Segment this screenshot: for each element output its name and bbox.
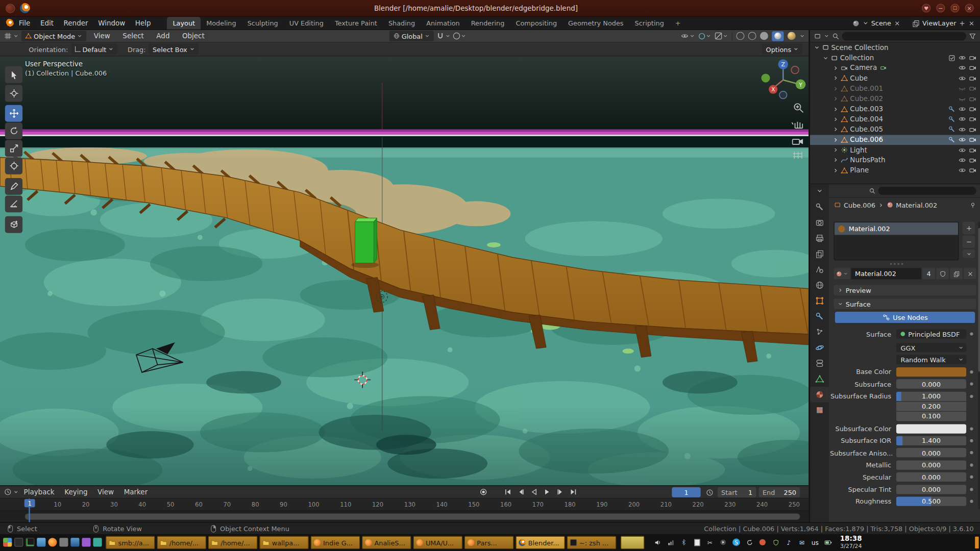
media-launcher-icon[interactable] [93, 538, 102, 546]
menu-object[interactable]: Object [177, 30, 209, 42]
maximize-button[interactable]: □ [950, 4, 959, 12]
outliner-search-input[interactable] [842, 32, 966, 40]
shading-solid-button[interactable] [760, 32, 768, 40]
decorator-dot[interactable] [970, 370, 973, 373]
hide-eye-icon[interactable] [958, 166, 966, 174]
overlays-button[interactable] [715, 33, 728, 39]
tray-skype-icon[interactable]: S [732, 538, 741, 546]
editor-type-button[interactable] [4, 32, 18, 40]
disable-render-icon[interactable] [969, 146, 977, 154]
disable-render-icon[interactable] [969, 74, 977, 83]
tab-physics[interactable] [810, 340, 829, 356]
tray-bluetooth-icon[interactable] [679, 538, 688, 546]
disable-render-icon[interactable] [969, 85, 977, 93]
outliner-row-cube-006[interactable]: Cube.006 [810, 135, 980, 145]
scene-caret-icon[interactable] [863, 20, 869, 26]
surface-shader-dropdown[interactable]: Principled BSDF [896, 329, 966, 338]
expand-icon[interactable] [822, 55, 828, 61]
tray-vpn-icon[interactable] [771, 538, 780, 546]
expand-icon[interactable] [832, 137, 839, 143]
outliner-editor-icon[interactable] [814, 32, 821, 40]
preview-range-toggle[interactable] [705, 489, 714, 497]
hide-eye-icon[interactable] [958, 64, 966, 72]
disable-render-icon[interactable] [969, 115, 977, 123]
subsurface-radius-z[interactable]: 0.100 [896, 411, 966, 420]
disable-render-icon[interactable] [969, 126, 977, 134]
gizmo-axis-z-neg[interactable] [779, 91, 787, 99]
options-dropdown[interactable]: Options [762, 44, 802, 55]
current-frame-field[interactable]: 1 [672, 487, 700, 497]
object-cube-006[interactable] [351, 218, 379, 268]
timeline-ruler[interactable]: 1020304050607080901001101201301401501601… [0, 498, 808, 511]
decorator-dot[interactable] [970, 499, 973, 503]
decorator-dot[interactable] [970, 394, 973, 397]
show-desktop-icon[interactable] [14, 538, 23, 546]
workspace-tab-modeling[interactable]: Modeling [201, 17, 242, 29]
outliner-row-cube[interactable]: Cube [810, 73, 980, 83]
outliner-row-collection[interactable]: Collection [810, 53, 980, 63]
jump-to-start-button[interactable] [504, 488, 512, 496]
breadcrumb-object[interactable]: Cube.006 [844, 201, 875, 209]
decorator-dot[interactable] [970, 332, 973, 335]
caret-down-icon[interactable] [824, 33, 829, 39]
tool-transform[interactable] [5, 158, 22, 174]
tray-update-icon[interactable] [758, 538, 767, 546]
scene-unlink-icon[interactable] [894, 20, 900, 27]
hide-eye-icon[interactable] [958, 115, 966, 123]
hidden-eye-icon[interactable] [958, 85, 966, 93]
task-browser-uma[interactable]: UMA/U... [413, 536, 462, 549]
new-material-button[interactable] [950, 268, 962, 279]
jump-to-end-button[interactable] [570, 488, 578, 496]
exclude-checkbox-icon[interactable] [948, 54, 956, 62]
outliner-row-cube-002[interactable]: Cube.002 [810, 94, 980, 104]
use-nodes-button[interactable]: Use Nodes [835, 312, 975, 323]
material-name-field[interactable]: Material.002 [851, 268, 921, 279]
expand-icon[interactable] [832, 116, 839, 122]
outliner-row-cube-004[interactable]: Cube.004 [810, 114, 980, 124]
outliner-row-light[interactable]: Light [810, 145, 980, 155]
task-browser-pars[interactable]: Pars... [464, 536, 514, 549]
expand-icon[interactable] [832, 75, 839, 81]
menu-keying[interactable]: Keying [59, 486, 92, 498]
expand-icon[interactable] [832, 65, 839, 71]
viewport-canvas[interactable]: Z Y X [0, 56, 808, 485]
tool-measure[interactable] [5, 195, 22, 212]
task-wallpaper[interactable]: wallpa... [259, 536, 309, 549]
proportional-edit-button[interactable] [453, 33, 467, 39]
menu-file[interactable]: File [14, 17, 35, 29]
viewport[interactable]: Z Y X User Perspective (1) Collection | … [0, 56, 808, 485]
menu-playback[interactable]: Playback [19, 486, 60, 498]
clock-date[interactable]: 3/27/24 [840, 543, 862, 549]
task-home-2[interactable]: /home/... [208, 536, 258, 549]
tab-object-data[interactable] [810, 371, 829, 387]
hide-eye-icon[interactable] [958, 126, 966, 134]
system-monitor-widget[interactable] [621, 536, 645, 549]
remove-view-layer-icon[interactable] [968, 20, 975, 27]
show-object-types-button[interactable] [680, 32, 695, 40]
disable-render-icon[interactable] [969, 105, 977, 113]
material-slot-row[interactable]: Material.002 [835, 222, 958, 235]
expand-icon[interactable] [832, 96, 839, 102]
task-home-1[interactable]: /home/... [157, 536, 206, 549]
decorator-dot[interactable] [970, 475, 973, 479]
outliner-row-cube-001[interactable]: Cube.001 [810, 84, 980, 94]
shading-wireframe-button[interactable] [748, 32, 756, 40]
tab-particles[interactable] [810, 324, 829, 340]
tray-volume-icon[interactable] [653, 538, 662, 546]
tool-select-box[interactable] [5, 66, 22, 83]
fake-user-button[interactable] [936, 268, 948, 279]
menu-edit[interactable]: Edit [35, 17, 59, 29]
decorator-dot[interactable] [970, 439, 973, 442]
new-view-layer-icon[interactable] [959, 20, 965, 27]
subsurface-aniso-slider[interactable]: 0.000 [896, 448, 966, 457]
tool-add-cube[interactable] [5, 216, 22, 233]
tool-cursor[interactable] [5, 85, 22, 102]
end-frame-field[interactable]: End 250 [759, 487, 800, 497]
workspace-tab-sculpting[interactable]: Sculpting [242, 17, 284, 29]
shading-material-button[interactable] [772, 31, 783, 41]
outliner-row-plane[interactable]: Plane [810, 165, 980, 176]
play-reverse-button[interactable] [530, 488, 538, 496]
menu-render[interactable]: Render [59, 17, 93, 29]
subsurface-ior-slider[interactable]: 1.400 [896, 436, 966, 445]
outliner-row-camera[interactable]: Camera [810, 63, 980, 73]
